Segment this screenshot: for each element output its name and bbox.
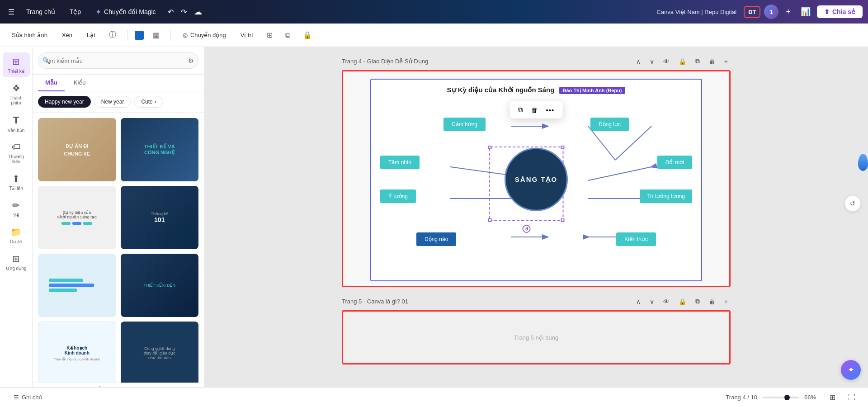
refresh-button[interactable]: ↺ [844,195,861,212]
page5-lock-button[interactable]: 🔒 [676,297,689,307]
info-button[interactable]: ⓘ [105,28,120,43]
chevron-right-icon: › [155,99,156,105]
template-item[interactable]: Sự kỳ diệu củaKhởi nguồn Sáng tạo [38,186,116,249]
page5-delete-button[interactable]: 🗑 [706,297,718,307]
template-item[interactable]: DỰ ÁN ĐI CHUNG XE [38,118,116,181]
handle-br[interactable] [561,218,565,222]
template-item[interactable]: THIẾT KẾXI ĐẸN [121,254,199,317]
menu-icon: ☰ [8,8,14,16]
ctx-copy-button[interactable]: ⧉ [514,104,527,116]
canvas-area[interactable]: Trang 4 - Giao Diện Dễ Sử Dụng ∧ ∨ 👁 🔒 ⧉… [204,47,868,407]
fullscreen-button[interactable]: ⛶ [844,391,859,404]
ctx-delete-button[interactable]: 🗑 [528,104,542,116]
magic-transform-button[interactable]: ✦ Chuyển đổi Magic [90,5,161,19]
tag-new-year[interactable]: New year [94,96,131,108]
node-doi-moi[interactable]: Đổi mới [657,156,692,169]
tag-cute[interactable]: Cute › [134,96,163,108]
file-button[interactable]: Tệp [64,5,86,18]
slide-canvas-5[interactable]: Trang 5 nội dung [342,310,731,364]
share-button[interactable]: ⬆ Chia sẻ [817,5,863,18]
tab-mau[interactable]: Mẫu [38,75,65,91]
node-dong-luc[interactable]: Động lực [590,118,629,131]
thuong-hieu-label: Thương hiệu [5,154,27,164]
template-item[interactable]: THIẾT KẾ VÀCÔNG NGHỆ [121,118,199,181]
page5-eye-button[interactable]: 👁 [660,297,672,307]
menu-toggle-button[interactable]: ☰ [5,5,17,19]
sidebar-item-van-ban[interactable]: T Văn bản [3,111,30,137]
animation-button[interactable]: ◎ Chuyển động [178,29,231,41]
page-up-button[interactable]: ∧ [633,57,643,66]
template-item[interactable]: Kế hoạch Kinh doanh Tóm tắt nội dung kin… [38,322,116,383]
filter-icon[interactable]: ⚙ [188,57,194,64]
add-profile-button[interactable]: + [782,5,794,19]
lock-button[interactable]: 🔒 [299,28,316,42]
page-delete-button[interactable]: 🗑 [706,57,718,66]
page5-add-button[interactable]: + [722,297,731,307]
sidebar-item-ve[interactable]: ✏ Vẽ [3,196,30,221]
home-button[interactable]: Trang chủ [21,5,61,18]
sidebar-item-ung-dung[interactable]: ⊞ Ứng dụng [3,250,30,274]
avatar[interactable]: 1 [764,5,778,19]
node-dong-nao[interactable]: Động não [416,232,456,246]
sidebar-item-tai-len[interactable]: ⬆ Tải lên [3,170,30,194]
handle-bl[interactable] [488,218,492,222]
zoom-track[interactable] [763,397,799,398]
node-y-tuong[interactable]: Ý tưởng [380,189,416,203]
page-section-5: Trang 5 - Canva là gì? 01 ∧ ∨ 👁 🔒 ⧉ 🗑 + … [342,296,731,364]
notes-button[interactable]: ☰ Ghi chú [9,391,47,403]
template-search-area: 🔍 ⚙ [33,47,204,75]
cloud-save-button[interactable]: ☁ [191,4,205,19]
node-tri-tuong-luong[interactable]: Trí tưởng lương [640,189,692,203]
tab-kieu[interactable]: Kiểu [66,75,93,91]
ctx-more-button[interactable]: ••• [542,104,558,116]
notes-icon: ☰ [14,394,19,401]
flip-button[interactable]: Lật [82,29,100,41]
redo-button[interactable]: ↷ [178,5,189,19]
page-lock-button[interactable]: 🔒 [676,57,689,66]
center-node[interactable]: SÁNG TẠO [505,148,568,211]
template-item[interactable]: Công nghệ dongthay đổi giáo dụcnhư thế n… [121,322,199,383]
template-item[interactable] [38,254,116,317]
dt-badge[interactable]: ĐT [744,6,760,18]
template-item[interactable]: Thống kê 101 [121,186,199,249]
handle-tl[interactable] [488,146,492,149]
handle-tr[interactable] [561,146,565,149]
sidebar-item-thiet-ke[interactable]: ⊞ Thiết kế [3,52,30,77]
grid-view-button[interactable]: ⊞ [826,390,839,404]
search-icon: 🔍 [42,57,50,64]
page-section-4: Trang 4 - Giao Diện Dễ Sử Dụng ∧ ∨ 👁 🔒 ⧉… [342,56,731,287]
layout-button[interactable]: ▦ [149,28,163,42]
node-tam-nhin[interactable]: Tầm nhìn [380,156,420,169]
copy-style-button[interactable]: ⧉ [282,28,294,42]
search-input[interactable] [38,52,198,69]
page5-down-button[interactable]: ∨ [647,297,657,307]
slide-canvas-4[interactable]: Sự Kỳ diệu của Khởi nguồn Sáng Đào Thị M… [342,70,731,287]
sidebar-item-thanh-phan[interactable]: ❖ Thành phần [3,79,30,109]
page-eye-button[interactable]: 👁 [660,57,672,66]
grid-button[interactable]: ⊞ [263,28,276,42]
node-kien-thuc[interactable]: Kiến thức [616,232,656,246]
sidebar-item-du-an[interactable]: 📁 Dự án [3,223,30,248]
zoom-thumb[interactable] [784,395,790,400]
node-cam-hung[interactable]: Cảm hứng [443,118,486,131]
rotate-handle[interactable]: ↺ [522,225,530,233]
undo-button[interactable]: ↶ [165,5,176,19]
page-down-button[interactable]: ∨ [647,57,657,66]
magic-assistant-button[interactable]: ✦ [841,360,861,380]
color-swatch[interactable] [135,31,144,40]
page-copy-button[interactable]: ⧉ [693,56,703,66]
page5-up-button[interactable]: ∧ [633,297,643,307]
stats-button[interactable]: 📊 [798,4,813,19]
ve-icon: ✏ [12,200,20,211]
sidebar-item-thuong-hieu[interactable]: 🏷 Thương hiệu [3,138,30,168]
page5-copy-button[interactable]: ⧉ [693,296,703,307]
position-button[interactable]: Vị trí [236,29,258,41]
crop-button[interactable]: Xén [57,29,77,41]
tag-happy-new-year[interactable]: Happy new year [38,96,91,108]
zoom-slider[interactable] [763,397,799,398]
page-add-button[interactable]: + [722,57,731,66]
template-tags: Happy new year New year Cute › [33,91,204,113]
diagram-frame[interactable]: Sự Kỳ diệu của Khởi nguồn Sáng Đào Thị M… [370,79,702,281]
fix-image-button[interactable]: Sửa hình ảnh [7,29,52,41]
diagram-title: Sự Kỳ diệu của Khởi nguồn Sáng Đào Thị M… [371,80,701,97]
